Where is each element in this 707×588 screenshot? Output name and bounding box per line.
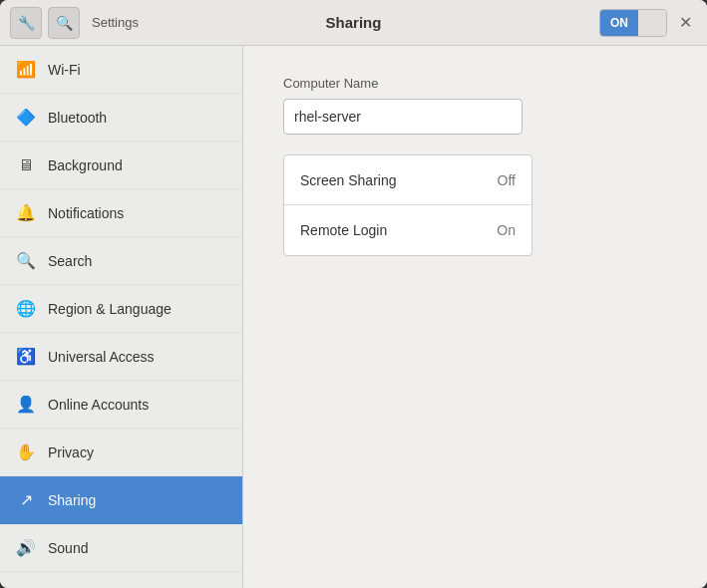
sidebar-label-background: Background [48,157,123,173]
sidebar-label-notifications: Notifications [48,205,124,221]
sidebar-label-wifi: Wi-Fi [48,62,81,78]
sidebar-item-bluetooth[interactable]: 🔷Bluetooth [0,94,242,142]
sharing-icon: ↗ [16,490,36,510]
toggle-on-label: ON [600,10,638,36]
content-area: Computer Name Screen SharingOffRemote Lo… [243,46,707,588]
search-button[interactable]: 🔍 [48,7,80,39]
region-language-icon: 🌐 [16,299,36,319]
sidebar-item-universal-access[interactable]: ♿Universal Access [0,333,242,381]
sidebar-item-sharing[interactable]: ↗Sharing [0,476,242,524]
sidebar-item-online-accounts[interactable]: 👤Online Accounts [0,381,242,429]
notifications-icon: 🔔 [16,203,36,223]
search-icon: 🔍 [16,251,36,271]
main-content: 📶Wi-Fi🔷Bluetooth🖥Background🔔Notification… [0,46,707,588]
sidebar-item-privacy[interactable]: ✋Privacy [0,429,242,476]
sidebar-label-sharing: Sharing [48,492,96,508]
sidebar-label-online-accounts: Online Accounts [48,397,149,413]
service-status-1: On [497,222,516,238]
sidebar: 📶Wi-Fi🔷Bluetooth🖥Background🔔Notification… [0,46,243,588]
sidebar-item-search[interactable]: 🔍Search [0,237,242,285]
sidebar-label-bluetooth: Bluetooth [48,110,107,126]
service-name-0: Screen Sharing [300,172,397,188]
titlebar: 🔧 🔍 Settings Sharing ON ✕ [0,0,707,46]
service-name-1: Remote Login [300,222,387,238]
toggle-off-area [638,10,666,36]
sidebar-item-background[interactable]: 🖥Background [0,142,242,189]
service-status-0: Off [498,172,516,188]
sidebar-item-region-language[interactable]: 🌐Region & Language [0,285,242,333]
services-table: Screen SharingOffRemote LoginOn [283,154,532,256]
toggle-container: ON [599,9,667,37]
settings-window: 🔧 🔍 Settings Sharing ON ✕ 📶Wi-Fi🔷Bluetoo… [0,0,707,588]
sound-icon: 🔊 [16,538,36,558]
settings-label: Settings [92,15,139,30]
bluetooth-icon: 🔷 [16,108,36,128]
wrench-button[interactable]: 🔧 [10,7,42,39]
search-icon: 🔍 [56,15,73,31]
computer-name-input[interactable] [283,99,523,135]
sidebar-label-search: Search [48,253,92,269]
wrench-icon: 🔧 [18,15,35,31]
privacy-icon: ✋ [16,442,36,462]
titlebar-left: 🔧 🔍 Settings [10,7,139,39]
online-accounts-icon: 👤 [16,395,36,415]
computer-name-label: Computer Name [283,76,667,91]
sidebar-item-notifications[interactable]: 🔔Notifications [0,189,242,237]
service-row-0[interactable]: Screen SharingOff [284,155,531,205]
sidebar-label-region-language: Region & Language [48,301,172,317]
sidebar-label-sound: Sound [48,540,88,556]
sidebar-item-sound[interactable]: 🔊Sound [0,524,242,572]
sidebar-item-wifi[interactable]: 📶Wi-Fi [0,46,242,94]
window-title: Sharing [326,14,382,31]
sharing-toggle[interactable]: ON [599,9,667,37]
wifi-icon: 📶 [16,60,36,80]
sidebar-label-privacy: Privacy [48,444,94,460]
sidebar-label-universal-access: Universal Access [48,349,155,365]
close-button[interactable]: ✕ [673,11,697,35]
service-row-1[interactable]: Remote LoginOn [284,205,531,255]
universal-access-icon: ♿ [16,347,36,367]
background-icon: 🖥 [16,155,36,175]
close-icon: ✕ [679,13,692,32]
